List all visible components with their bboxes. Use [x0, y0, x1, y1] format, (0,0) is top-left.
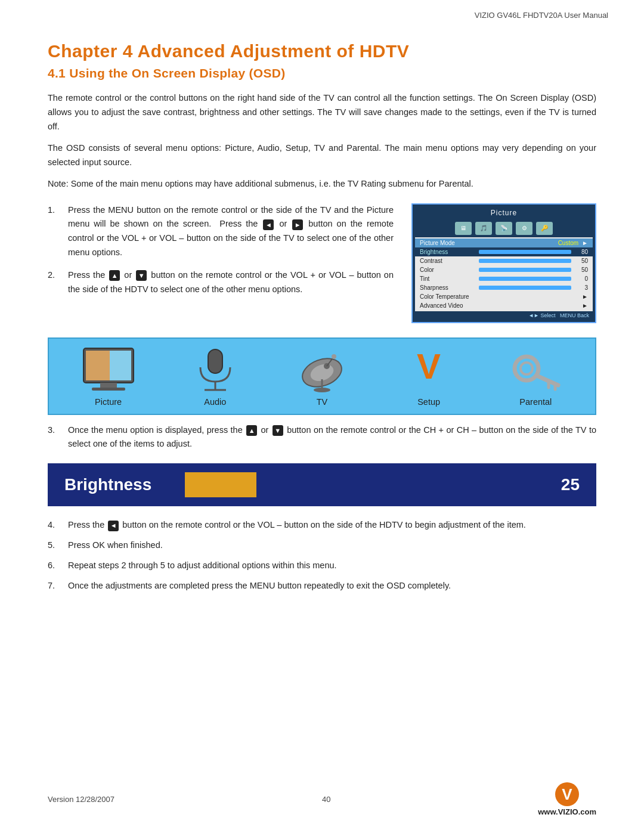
brightness-value: 25 — [544, 475, 596, 494]
osd-icon-4: ⚙ — [516, 222, 532, 235]
steps-4-7-list: 4. Press the ◄ button on the remote cont… — [48, 518, 596, 593]
menu-label-setup: Setup — [417, 397, 440, 407]
osd-icons-row: 🖥 🎵 📡 ⚙ 🔑 — [415, 218, 593, 237]
osd-label-brightness: Brightness — [420, 249, 476, 255]
osd-screenshot: Picture 🖥 🎵 📡 ⚙ 🔑 Picture Mode Custom ► — [411, 203, 596, 323]
footer-version: Version 12/28/2007 — [48, 795, 114, 804]
step-1: 1. Press the MENU button on the remote c… — [48, 203, 394, 261]
left-btn-3-icon: ◄ — [108, 521, 119, 531]
svg-point-14 — [314, 388, 330, 392]
step-1-num: 1. — [48, 203, 61, 261]
osd-row-brightness: Brightness 80 — [415, 247, 593, 256]
osd-bar-color — [479, 268, 571, 272]
osd-bar-sharpness — [479, 286, 571, 290]
steps-continued: 3. Once the menu option is displayed, pr… — [48, 423, 596, 452]
osd-label-contrast: Contrast — [420, 258, 476, 264]
osd-label-tint: Tint — [420, 275, 476, 282]
menu-icons-banner: Picture Audio — [48, 337, 596, 415]
menu-label-audio: Audio — [204, 397, 226, 407]
manual-title: VIZIO GV46L FHDTV20A User Manual — [475, 11, 608, 20]
main-content: Chapter 4 Advanced Adjustment of HDTV 4.… — [0, 20, 644, 623]
footer-right: V www.VIZIO.com — [538, 782, 596, 816]
step-5-num: 5. — [48, 538, 61, 553]
step-7-num: 7. — [48, 579, 61, 593]
svg-rect-3 — [100, 383, 117, 388]
up-btn-icon: ▲ — [109, 270, 120, 281]
steps-4-7: 4. Press the ◄ button on the remote cont… — [48, 518, 596, 593]
vizio-footer-logo: V — [555, 782, 579, 806]
brightness-label: Brightness — [48, 475, 179, 494]
menu-icon-tv-img — [289, 346, 355, 394]
osd-bar-contrast — [479, 259, 571, 263]
menu-icon-parental: Parental — [494, 346, 577, 407]
left-btn-icon: ◄ — [263, 219, 274, 230]
menu-label-parental: Parental — [519, 397, 552, 407]
menu-icon-setup-img: V — [396, 346, 462, 394]
osd-row-sharpness: Sharpness 3 — [415, 283, 593, 292]
down-btn-icon: ▼ — [136, 270, 147, 281]
section-title: 4.1 Using the On Screen Display (OSD) — [48, 66, 596, 80]
step-4-num: 4. — [48, 518, 61, 532]
step-2-text: Press the ▲ or ▼ button on the remote co… — [68, 268, 394, 297]
step-4-text: Press the ◄ button on the remote control… — [68, 518, 596, 532]
svg-text:V: V — [562, 785, 572, 803]
osd-arrow-color-temp: ► — [582, 293, 588, 300]
step-6: 6. Repeat steps 2 through 5 to adjust ad… — [48, 559, 596, 573]
menu-icon-parental-img — [503, 346, 568, 394]
osd-arrow-picture-mode: ► — [582, 240, 588, 246]
up-btn-2-icon: ▲ — [246, 425, 257, 436]
step-6-text: Repeat steps 2 through 5 to adjust addit… — [68, 559, 596, 573]
osd-row-color: Color 50 — [415, 265, 593, 274]
page-footer: Version 12/28/2007 40 V www.VIZIO.com — [48, 782, 596, 816]
step-2: 2. Press the ▲ or ▼ button on the remote… — [48, 268, 394, 297]
osd-row-advanced-video: Advanced Video ► — [415, 301, 593, 310]
osd-row-color-temp: Color Temperature ► — [415, 292, 593, 301]
step-7-text: Once the adjustments are completed press… — [68, 579, 596, 593]
osd-icon-1: 🖥 — [455, 222, 472, 235]
osd-bar-tint — [479, 277, 571, 281]
chapter-title: Chapter 4 Advanced Adjustment of HDTV — [48, 41, 596, 61]
page-header: VIZIO GV46L FHDTV20A User Manual — [0, 0, 644, 20]
osd-label-color: Color — [420, 267, 476, 273]
osd-val-tint: 0 — [574, 275, 588, 282]
menu-icons-section: Picture Audio — [48, 337, 596, 415]
svg-point-12 — [332, 354, 336, 359]
step-5-text: Press OK when finished. — [68, 538, 596, 553]
osd-label-color-temp: Color Temperature — [420, 293, 476, 300]
menu-icon-tv: TV — [280, 346, 364, 407]
osd-bottom-bar: ◄► Select MENU Back — [415, 311, 593, 320]
menu-label-picture: Picture — [95, 397, 122, 407]
osd-arrow-advanced-video: ► — [582, 302, 588, 309]
osd-icon-2: 🎵 — [475, 222, 492, 235]
steps-column: 1. Press the MENU button on the remote c… — [48, 203, 394, 323]
satellite-icon — [292, 346, 352, 394]
menu-icon-setup: V Setup — [387, 346, 470, 407]
svg-point-17 — [521, 363, 532, 374]
step-3-num: 3. — [48, 423, 61, 452]
osd-label-picture-mode: Picture Mode — [420, 240, 476, 246]
svg-text:V: V — [417, 346, 441, 386]
brightness-bar: Brightness 25 — [48, 463, 596, 506]
steps-continued-list: 3. Once the menu option is displayed, pr… — [48, 423, 596, 452]
osd-title: Picture — [415, 207, 593, 218]
footer-url: www.VIZIO.com — [538, 807, 596, 816]
osd-label-advanced-video: Advanced Video — [420, 302, 476, 309]
menu-icon-audio: Audio — [174, 346, 257, 407]
step-4: 4. Press the ◄ button on the remote cont… — [48, 518, 596, 532]
menu-label-tv: TV — [317, 397, 328, 407]
two-column-section: 1. Press the MENU button on the remote c… — [48, 203, 596, 323]
step-6-num: 6. — [48, 559, 61, 573]
paragraph-1: The remote control or the control button… — [48, 91, 596, 134]
osd-rows: Picture Mode Custom ► Brightness 80 Cont… — [415, 237, 593, 311]
vizio-v-icon: V — [399, 346, 459, 394]
osd-val-picture-mode: Custom — [476, 240, 578, 246]
osd-val-color: 50 — [574, 267, 588, 273]
osd-icon-5: 🔑 — [536, 222, 553, 235]
steps-list: 1. Press the MENU button on the remote c… — [48, 203, 394, 298]
menu-icon-audio-img — [182, 346, 248, 394]
step-3-text: Once the menu option is displayed, press… — [68, 423, 596, 452]
osd-icon-3: 📡 — [496, 222, 512, 235]
svg-rect-4 — [92, 388, 125, 391]
down-btn-2-icon: ▼ — [273, 425, 283, 436]
svg-rect-5 — [208, 349, 222, 373]
